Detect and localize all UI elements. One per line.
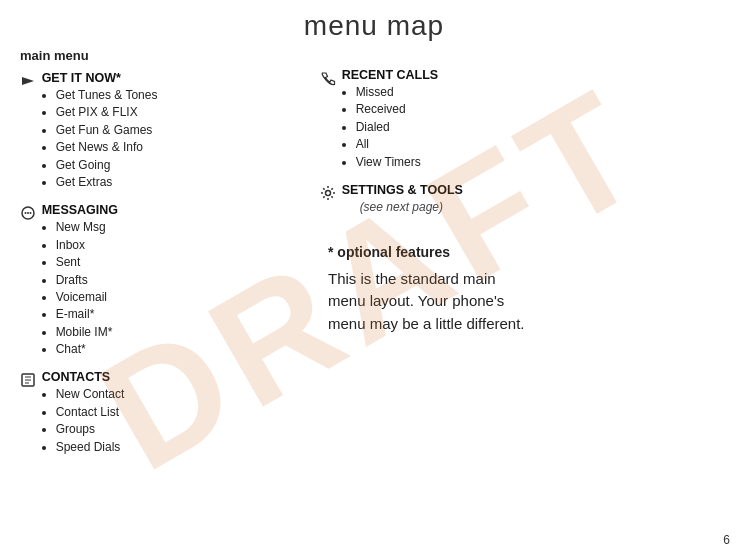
- section-recent-calls-list: Missed Received Dialed All View Timers: [342, 84, 600, 171]
- section-get-it-now: GET IT NOW* Get Tunes & Tones Get PIX & …: [20, 71, 300, 191]
- list-item: Drafts: [56, 272, 300, 289]
- list-item: Groups: [56, 421, 300, 438]
- section-contacts: CONTACTS New Contact Contact List Groups…: [20, 370, 300, 456]
- main-menu-label: main menu: [20, 48, 300, 63]
- section-contacts-title: CONTACTS: [42, 370, 300, 384]
- list-item: Dialed: [356, 119, 600, 136]
- description-text: This is the standard mainmenu layout. Yo…: [328, 268, 600, 336]
- list-item: Get Going: [56, 157, 300, 174]
- list-item: Get Fun & Games: [56, 122, 300, 139]
- svg-point-3: [27, 212, 29, 214]
- list-item: Chat*: [56, 341, 300, 358]
- section-get-it-now-list: Get Tunes & Tones Get PIX & FLIX Get Fun…: [42, 87, 300, 191]
- list-item: Voicemail: [56, 289, 300, 306]
- list-item: Inbox: [56, 237, 300, 254]
- list-item: Mobile IM*: [56, 324, 300, 341]
- section-messaging: MESSAGING New Msg Inbox Sent Drafts Voic…: [20, 203, 300, 358]
- svg-point-9: [326, 190, 331, 195]
- page-title: menu map: [0, 0, 748, 42]
- see-next-page: (see next page): [360, 200, 443, 214]
- list-item: Contact List: [56, 404, 300, 421]
- svg-point-4: [30, 212, 32, 214]
- message-icon: [20, 204, 38, 221]
- list-item: Missed: [356, 84, 600, 101]
- section-recent-calls-title: RECENT CALLS: [342, 68, 600, 82]
- optional-note: * optional features: [328, 244, 600, 260]
- section-recent-calls: RECENT CALLS Missed Received Dialed All …: [320, 68, 600, 171]
- svg-marker-0: [22, 77, 34, 85]
- list-item: Get News & Info: [56, 139, 300, 156]
- list-item: New Msg: [56, 219, 300, 236]
- list-item: Received: [356, 101, 600, 118]
- section-settings-title: SETTINGS & TOOLS: [342, 183, 600, 197]
- contacts-icon: [20, 371, 38, 388]
- list-item: New Contact: [56, 386, 300, 403]
- list-item: Get PIX & FLIX: [56, 104, 300, 121]
- list-item: Sent: [56, 254, 300, 271]
- calls-icon: [320, 69, 338, 86]
- section-settings-tools: SETTINGS & TOOLS (see next page): [320, 183, 600, 214]
- arrow-icon: [20, 72, 38, 89]
- list-item: Speed Dials: [56, 439, 300, 456]
- section-contacts-list: New Contact Contact List Groups Speed Di…: [42, 386, 300, 456]
- section-messaging-list: New Msg Inbox Sent Drafts Voicemail E-ma…: [42, 219, 300, 358]
- list-item: Get Tunes & Tones: [56, 87, 300, 104]
- section-get-it-now-title: GET IT NOW*: [42, 71, 300, 85]
- section-messaging-title: MESSAGING: [42, 203, 300, 217]
- list-item: View Timers: [356, 154, 600, 171]
- svg-point-2: [25, 212, 27, 214]
- list-item: All: [356, 136, 600, 153]
- list-item: E-mail*: [56, 306, 300, 323]
- list-item: Get Extras: [56, 174, 300, 191]
- settings-icon: [320, 184, 338, 201]
- page-number: 6: [723, 533, 730, 547]
